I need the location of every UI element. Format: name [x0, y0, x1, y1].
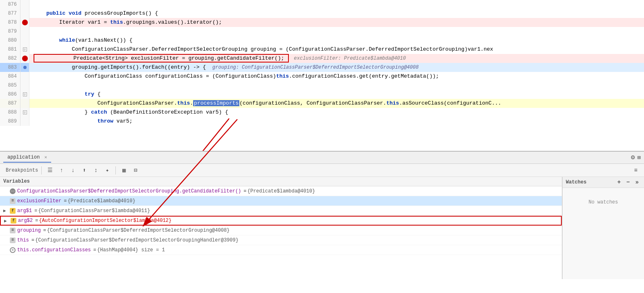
fold-arrow[interactable]: ▽ [23, 47, 27, 51]
var-icon-f-arg2: f [11, 218, 16, 224]
toggle-table-button[interactable]: ▦ [119, 166, 129, 175]
breakpoint-indicator [22, 20, 28, 25]
gear-icon[interactable]: ⚙ [631, 153, 635, 161]
more-options-button[interactable]: ≡ [631, 166, 641, 175]
debug-panel: application ✕ ⚙ ⊞ Breakpoints ☰ ↑ ↓ ⬆ ↕ … [0, 151, 644, 279]
code-line-884: 884 ConfigurationClass configurationClas… [0, 72, 644, 81]
fold-arrow-2[interactable]: ▽ [23, 92, 27, 96]
variables-section: Variables ○○ ConfigurationClassParser$De… [0, 177, 562, 279]
code-editor: 876 877 public void processGroupImports(… [0, 0, 644, 151]
watches-header: Watches + − » [563, 177, 644, 188]
var-icon-circ-obj: ⊙ [10, 247, 16, 253]
code-line-882: 882 Predicate<String> exclusionFilter = … [0, 54, 644, 63]
code-line-887: 887 ConfigurationClassParser.this.proces… [0, 99, 644, 108]
code-line-880: 880 while(var1.hasNext()) { [0, 36, 644, 45]
code-line-883: 883 grouping.getImports().forEach((entry… [0, 63, 644, 72]
var-icon-eq-this: = [10, 237, 16, 243]
debug-tabs-bar: application ✕ ⚙ ⊞ [0, 152, 644, 164]
variable-row-arg2[interactable]: ▶ f arg$2 = {AutoConfigurationImportSele… [0, 216, 562, 226]
breakpoints-label: Breakpoints [6, 168, 38, 173]
variable-row-arg1[interactable]: ▶ f arg$1 = {ConfigurationClassParser$la… [0, 206, 562, 216]
var-icon-f-arg1: f [10, 208, 16, 214]
step-over-button[interactable]: ↑ [56, 166, 66, 175]
tab-application[interactable]: application ✕ [3, 153, 51, 163]
run-to-cursor-button[interactable]: ↕ [91, 166, 101, 175]
watches-section: Watches + − » No watches [562, 177, 644, 279]
fold-arrow-3[interactable]: ▽ [23, 110, 27, 114]
code-line-886: 886 ▽ try { [0, 90, 644, 99]
code-line-885: 885 [0, 81, 644, 90]
variable-row-exclusionFilter[interactable]: = exclusionFilter = {Predicate$lambda@40… [0, 196, 562, 206]
variable-row-grouping[interactable]: = grouping = {ConfigurationClassParser$D… [0, 226, 562, 235]
breakpoint-indicator-2 [22, 56, 28, 61]
code-line-889: 889 throw var5; [0, 117, 644, 126]
variable-row-this[interactable]: = this = {ConfigurationClassParser$Defer… [0, 235, 562, 245]
toggle-group-button[interactable]: ⊟ [131, 166, 140, 175]
var-icon-eq-grouping: = [10, 228, 16, 233]
variable-row-getCandidateFilter[interactable]: ○○ ConfigurationClassParser$DeferredImpo… [0, 186, 562, 196]
step-into-button[interactable]: ↓ [68, 166, 78, 175]
tab-close-button[interactable]: ✕ [44, 155, 47, 160]
evaluate-button[interactable]: ✦ [102, 166, 112, 175]
code-line-881: 881 ▽ ConfigurationClassParser.DeferredI… [0, 45, 644, 54]
step-out-button[interactable]: ⬆ [79, 166, 89, 175]
var-icon-eq-exclusionFilter: = [10, 198, 16, 204]
variable-row-configClasses[interactable]: ⊙ this.configurationClasses = {HashMap@4… [0, 245, 562, 255]
code-line-879: 879 [0, 27, 644, 36]
remove-watch-button[interactable]: − [624, 179, 632, 186]
var-icon-circ-double: ○○ [10, 188, 16, 194]
code-line-877: 877 public void processGroupImports() { [0, 9, 644, 18]
show-breakpoints-button[interactable]: ☰ [45, 166, 55, 175]
variables-header: Variables [0, 177, 562, 186]
no-watches-text: No watches [563, 196, 644, 208]
add-watch-button[interactable]: + [615, 179, 623, 186]
variables-watches-panel: Variables ○○ ConfigurationClassParser$De… [0, 177, 644, 279]
watches-action-buttons: + − » [615, 179, 641, 186]
debug-settings-area: ⚙ ⊞ [631, 153, 641, 161]
code-line-876: 876 [0, 0, 644, 9]
more-watch-button[interactable]: » [633, 179, 641, 186]
layout-icon[interactable]: ⊞ [637, 154, 641, 161]
debug-toolbar: Breakpoints ☰ ↑ ↓ ⬆ ↕ ✦ ▦ ⊟ ≡ [0, 164, 644, 177]
code-line-888: 888 ▽ } catch (BeanDefinitionStoreExcept… [0, 108, 644, 117]
code-line-878: 878 Iterator var1 = this.groupings.value… [0, 18, 644, 27]
